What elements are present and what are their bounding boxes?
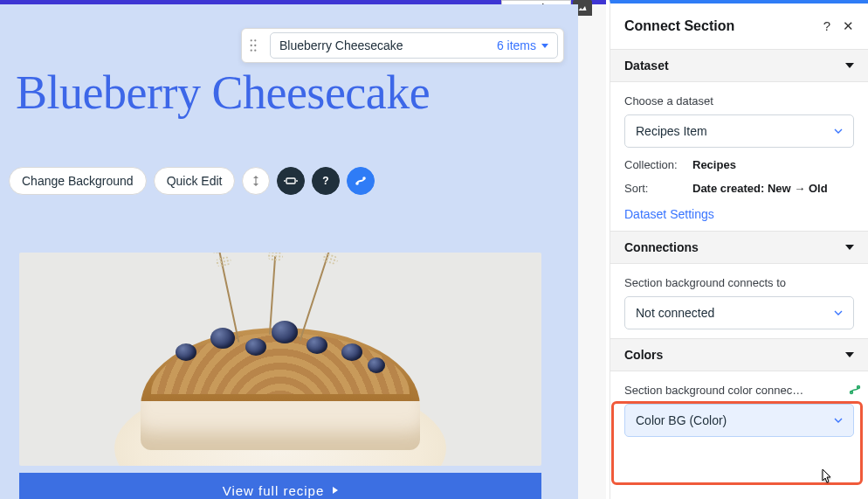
item-selector-label: Blueberry Cheesecake bbox=[279, 38, 403, 52]
bg-connects-value: Not connected bbox=[636, 306, 714, 320]
colors-section: Section background color connec… Color B… bbox=[610, 371, 868, 446]
svg-point-8 bbox=[254, 45, 256, 46]
svg-point-7 bbox=[251, 45, 252, 46]
quick-edit-button[interactable]: Quick Edit bbox=[154, 167, 236, 195]
item-count: 6 items bbox=[497, 38, 536, 52]
colors-head-label: Colors bbox=[624, 348, 663, 362]
choose-dataset-label: Choose a dataset bbox=[624, 94, 854, 107]
view-recipe-button[interactable]: View full recipe bbox=[19, 473, 541, 499]
stretch-icon[interactable] bbox=[242, 167, 270, 195]
animation-icon[interactable] bbox=[277, 167, 305, 195]
bgcolor-connects-value: Color BG (Color) bbox=[636, 413, 727, 427]
section-actions-toolbar: Change Background Quick Edit ? bbox=[9, 167, 375, 195]
chevron-down-icon bbox=[845, 245, 854, 250]
panel-close-icon[interactable]: ✕ bbox=[843, 18, 854, 34]
editor-canvas-area: #section2 Blueberry Cheesecake Change Ba… bbox=[0, 0, 606, 499]
panel-help-icon[interactable]: ? bbox=[823, 18, 830, 34]
connections-accordion-head[interactable]: Connections bbox=[610, 231, 868, 264]
chevron-down-icon bbox=[845, 352, 854, 357]
change-background-button[interactable]: Change Background bbox=[9, 167, 147, 195]
chevron-down-icon bbox=[845, 63, 854, 68]
item-selector-dropdown[interactable]: Blueberry Cheesecake 6 items bbox=[270, 32, 558, 59]
chevron-down-icon bbox=[541, 44, 548, 48]
connections-section: Section background connects to Not conne… bbox=[610, 264, 868, 338]
svg-text:?: ? bbox=[323, 175, 329, 187]
chevron-right-icon bbox=[333, 487, 338, 494]
panel-title: Connect Section bbox=[624, 18, 734, 34]
data-connect-icon[interactable] bbox=[347, 167, 375, 195]
bgcolor-connects-label: Section background color connec… bbox=[624, 384, 854, 397]
drag-handle-icon[interactable] bbox=[242, 29, 265, 62]
sort-key: Sort: bbox=[624, 182, 687, 195]
recipe-image[interactable] bbox=[19, 253, 541, 466]
choose-dataset-value: Recipes Item bbox=[636, 124, 707, 138]
svg-rect-0 bbox=[256, 178, 257, 184]
sort-value: Date created: New → Old bbox=[692, 182, 828, 195]
section-preview[interactable]: Blueberry Cheesecake Change Background Q… bbox=[0, 4, 578, 499]
svg-point-10 bbox=[254, 50, 256, 52]
connect-section-panel: Connect Section ? ✕ Dataset Choose a dat… bbox=[610, 0, 868, 499]
svg-point-4 bbox=[363, 177, 367, 180]
svg-point-6 bbox=[254, 39, 256, 41]
svg-point-3 bbox=[356, 182, 360, 185]
panel-header: Connect Section ? ✕ bbox=[610, 3, 868, 49]
dataset-head-label: Dataset bbox=[624, 59, 669, 73]
help-icon[interactable]: ? bbox=[312, 167, 340, 195]
svg-rect-1 bbox=[286, 178, 295, 184]
recipe-title: Blueberry Cheesecake bbox=[16, 66, 430, 120]
binding-active-icon bbox=[849, 384, 861, 396]
dataset-section: Choose a dataset Recipes Item Collection… bbox=[610, 82, 868, 231]
collection-key: Collection: bbox=[624, 158, 687, 171]
choose-dataset-dropdown[interactable]: Recipes Item bbox=[624, 114, 854, 148]
repeater-item-toolbar: Blueberry Cheesecake 6 items bbox=[241, 28, 564, 63]
bg-connects-dropdown[interactable]: Not connected bbox=[624, 296, 854, 329]
svg-point-9 bbox=[251, 50, 252, 52]
bgcolor-connects-dropdown[interactable]: Color BG (Color) bbox=[624, 404, 854, 437]
collection-value: Recipes bbox=[692, 158, 736, 171]
colors-accordion-head[interactable]: Colors bbox=[610, 338, 868, 371]
dataset-accordion-head[interactable]: Dataset bbox=[610, 49, 868, 82]
bg-connects-label: Section background connects to bbox=[624, 276, 854, 289]
connections-head-label: Connections bbox=[624, 240, 699, 254]
svg-point-5 bbox=[251, 39, 252, 41]
cta-label: View full recipe bbox=[223, 483, 325, 498]
dataset-settings-link[interactable]: Dataset Settings bbox=[624, 207, 714, 221]
